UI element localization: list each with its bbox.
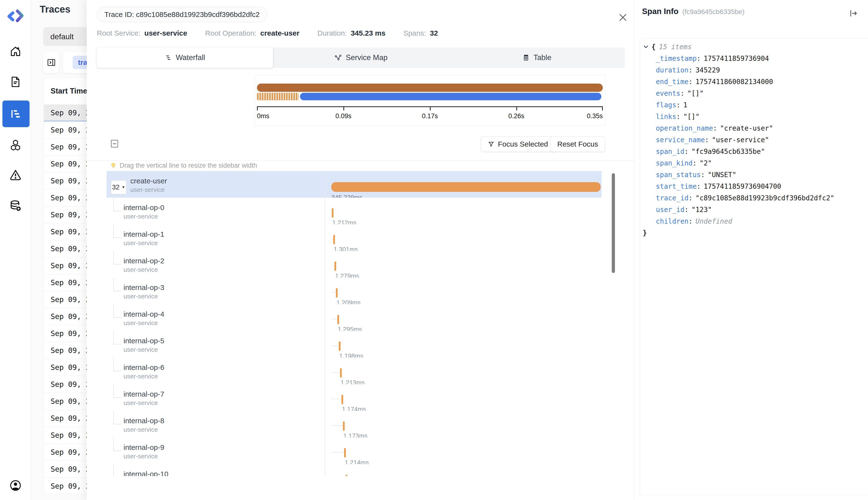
span-row[interactable]: internal-op-7user-service1.174ms: [106, 384, 602, 411]
table-tab-icon: [522, 54, 530, 61]
tab-label: Table: [534, 53, 552, 62]
json-key: links: [656, 113, 676, 121]
json-key: service_name: [656, 136, 705, 144]
tab-waterfall[interactable]: Waterfall: [97, 47, 273, 68]
span-bar[interactable]: [346, 475, 347, 476]
span-offset-leader: [332, 425, 343, 426]
environment-value: default: [50, 32, 74, 41]
axis-tick: [430, 107, 431, 111]
json-attribute-row: duration:345229: [640, 64, 868, 76]
span-row[interactable]: internal-op-9user-service1.214ms: [106, 438, 602, 464]
trace-meta-row: Root Service: user-service Root Operatio…: [97, 27, 438, 39]
meta-root-service: Root Service: user-service: [97, 29, 187, 37]
span-row[interactable]: internal-op-0user-service1.212ms: [106, 198, 602, 224]
json-value: Undefined: [696, 217, 732, 225]
span-bar[interactable]: [334, 262, 336, 271]
span-row[interactable]: internal-op-10user-service: [106, 464, 602, 476]
span-name: internal-op-4: [124, 310, 164, 318]
json-value: 1: [683, 101, 687, 109]
json-value: 345229: [696, 66, 720, 74]
span-offset-leader: [332, 292, 336, 293]
meta-spans: Spans: 32: [404, 29, 438, 37]
span-name: create-user: [130, 177, 167, 185]
span-info-title: Span Info: [642, 7, 678, 16]
span-row[interactable]: internal-op-6user-service1.213ms: [106, 357, 602, 384]
sidebar-item-data-sources[interactable]: [0, 199, 31, 212]
json-value: "UNSET": [708, 171, 736, 179]
span-bar[interactable]: [343, 421, 345, 431]
span-bar[interactable]: [339, 342, 340, 351]
span-bar[interactable]: [336, 288, 338, 297]
waterfall-scrollbar[interactable]: [612, 173, 615, 273]
json-attribute-row: _timestamp:1757411859736904: [640, 53, 868, 64]
span-bar[interactable]: [342, 395, 343, 404]
focus-selected-button[interactable]: Focus Selected: [481, 136, 555, 152]
trace-minimap[interactable]: 0ms0.09s0.17s0.26s0.35s: [255, 75, 605, 126]
json-key: user_id: [656, 206, 684, 214]
divider: [87, 160, 634, 161]
span-bar[interactable]: [332, 208, 334, 217]
span-row[interactable]: internal-op-2user-service1.279ms: [106, 251, 602, 277]
child-count-dropdown[interactable]: 32 ▼: [111, 180, 126, 194]
sidebar-item-account[interactable]: [0, 479, 31, 492]
json-root-line: { 15 items: [640, 41, 868, 53]
json-key: trace_id: [656, 194, 688, 202]
span-bar[interactable]: [333, 235, 335, 244]
span-row[interactable]: internal-op-4user-service1.295ms: [106, 304, 602, 331]
span-service: user-service: [130, 186, 165, 194]
tree-connector: [113, 304, 121, 318]
tab-label: Service Map: [346, 53, 387, 62]
span-attributes-json: { 15 items _timestamp:1757411859736904du…: [640, 38, 868, 495]
span-bar[interactable]: [340, 368, 342, 377]
span-name: internal-op-5: [124, 337, 164, 345]
root-span-bar[interactable]: [331, 182, 601, 192]
waterfall-resize-divider[interactable]: [325, 171, 325, 476]
span-name: internal-op-7: [124, 390, 164, 398]
json-attribute-row: children:Undefined: [640, 215, 868, 227]
span-row[interactable]: internal-op-1user-service1.301ms: [106, 224, 602, 251]
tree-connector: [113, 357, 121, 371]
sidebar-item-logs[interactable]: [0, 76, 31, 88]
sidebar-item-traces-active[interactable]: [2, 101, 30, 127]
json-key: _timestamp: [656, 55, 697, 62]
span-row[interactable]: internal-op-8user-service1.173ms: [106, 411, 602, 438]
close-drawer-button[interactable]: [616, 11, 630, 24]
trace-id-text: Trace ID: c89c1085e88d19923b9cdf396bd2df…: [104, 10, 259, 19]
tree-connector: [113, 384, 121, 398]
json-value: "[]": [683, 113, 699, 121]
meta-label: Duration:: [317, 29, 347, 37]
axis-tick-label: 0.17s: [422, 112, 438, 120]
span-service: user-service: [124, 399, 158, 407]
minimap-span-bar[interactable]: [300, 93, 601, 100]
axis-tick-label: 0.26s: [508, 112, 524, 120]
collapse-panel-button[interactable]: [849, 9, 858, 18]
sidebar-item-alerts[interactable]: [0, 168, 31, 181]
trace-id-chip: Trace ID: c89c1085e88d19923b9cdf396bd2df…: [97, 7, 267, 22]
tab-table[interactable]: Table: [449, 47, 625, 68]
open-brace: {: [651, 43, 656, 51]
sidebar-item-services[interactable]: [0, 139, 31, 151]
json-colon: :: [676, 113, 680, 121]
tab-service-map[interactable]: Service Map: [273, 47, 449, 68]
trace-view-tabs: Waterfall Service Map Table: [97, 47, 625, 68]
reset-focus-button[interactable]: Reset Focus: [550, 136, 605, 152]
alert-triangle-icon: [9, 168, 22, 181]
service-map-tab-icon: [334, 54, 342, 61]
home-icon: [9, 45, 22, 58]
reset-focus-label: Reset Focus: [557, 140, 598, 148]
span-bar[interactable]: [344, 448, 346, 457]
span-bar[interactable]: [337, 315, 339, 324]
json-value: "123": [692, 206, 712, 214]
span-row[interactable]: internal-op-3user-service1.209ms: [106, 277, 602, 304]
minimap-full-trace-bar[interactable]: [257, 83, 603, 92]
minimap-selected-range-bar[interactable]: [257, 93, 299, 100]
chevron-down-icon[interactable]: [643, 44, 649, 50]
axis-tick: [344, 107, 344, 111]
meta-label: Spans:: [404, 29, 426, 37]
span-row-root[interactable]: 32 ▼ create-user user-service 345.229ms: [106, 171, 602, 198]
span-row[interactable]: internal-op-5user-service1.198ms: [106, 331, 602, 357]
axis-tick-label: 0.09s: [335, 112, 351, 120]
toggle-panel-button[interactable]: [43, 52, 59, 73]
collapse-all-button[interactable]: [111, 140, 118, 148]
sidebar-item-home[interactable]: [0, 45, 31, 58]
